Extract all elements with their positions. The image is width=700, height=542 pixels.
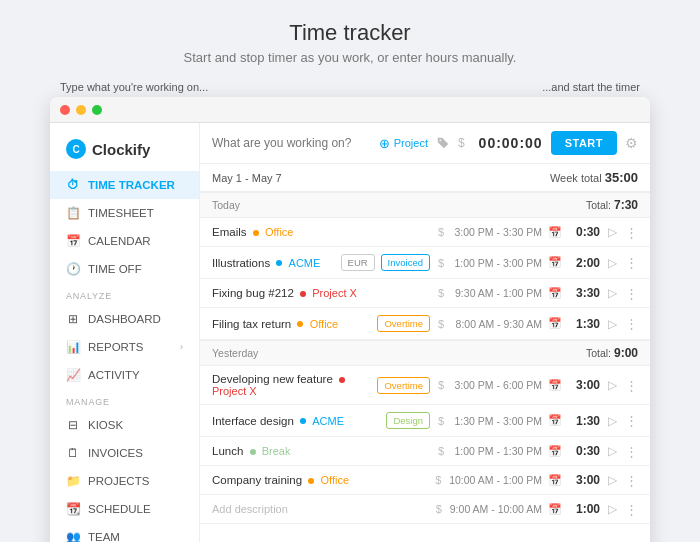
entry-description[interactable]: Add description: [212, 503, 428, 515]
play-button[interactable]: ▷: [606, 256, 619, 270]
project-color-dot: [308, 478, 314, 484]
more-button[interactable]: ⋮: [625, 414, 638, 427]
sidebar-item-projects[interactable]: 📁 PROJECTS: [50, 467, 199, 495]
play-button[interactable]: ▷: [606, 414, 619, 428]
project-name: Project X: [212, 385, 257, 397]
sidebar-item-reports[interactable]: 📊 REPORTS ›: [50, 333, 199, 361]
duration: 1:30: [568, 414, 600, 428]
today-header: Today Total: 7:30: [200, 192, 650, 218]
duration: 3:00: [568, 378, 600, 392]
invoices-icon: 🗒: [66, 446, 80, 460]
table-row: Company training Office $ 10:00 AM - 1:0…: [200, 466, 650, 495]
entry-description: Emails Office: [212, 226, 430, 238]
reports-chevron-icon: ›: [180, 342, 183, 352]
sidebar-item-time-tracker[interactable]: ⏱ TIME TRACKER: [50, 171, 199, 199]
time-range: 10:00 AM - 1:00 PM: [449, 474, 542, 486]
time-range: 9:00 AM - 10:00 AM: [450, 503, 542, 515]
project-name: Office: [321, 474, 350, 486]
timer-description-input[interactable]: [212, 136, 371, 150]
time-range: 1:00 PM - 3:00 PM: [452, 257, 542, 269]
sidebar-item-activity[interactable]: 📈 ACTIVITY: [50, 361, 199, 389]
sidebar-item-projects-label: PROJECTS: [88, 475, 149, 487]
sidebar-item-time-tracker-label: TIME TRACKER: [88, 179, 175, 191]
yesterday-label: Yesterday: [212, 347, 258, 359]
calendar-entry-icon: 📅: [548, 287, 562, 300]
yesterday-group: Yesterday Total: 9:00 Developing new fea…: [200, 340, 650, 524]
billable-icon: $: [433, 474, 443, 486]
timer-bar: ⊕ Project $ 00:00:00 START ⚙: [200, 123, 650, 164]
sidebar-item-kiosk[interactable]: ⊟ KIOSK: [50, 411, 199, 439]
logo-text: Clockify: [92, 141, 150, 158]
duration: 1:30: [568, 317, 600, 331]
timer-settings-icon[interactable]: ⚙: [625, 135, 638, 151]
more-button[interactable]: ⋮: [625, 287, 638, 300]
start-button[interactable]: START: [551, 131, 617, 155]
more-button[interactable]: ⋮: [625, 474, 638, 487]
analyze-section-label: ANALYZE: [50, 283, 199, 305]
entry-description: Illustrations ACME: [212, 257, 335, 269]
project-btn-label: Project: [394, 137, 428, 149]
calendar-entry-icon: 📅: [548, 503, 562, 516]
sidebar-item-time-off[interactable]: 🕐 TIME OFF: [50, 255, 199, 283]
project-button[interactable]: ⊕ Project: [379, 136, 428, 151]
play-button[interactable]: ▷: [606, 317, 619, 331]
sidebar-item-calendar[interactable]: 📅 CALENDAR: [50, 227, 199, 255]
sidebar-item-schedule-label: SCHEDULE: [88, 503, 151, 515]
close-dot[interactable]: [60, 105, 70, 115]
logo: C Clockify: [50, 135, 199, 171]
calendar-entry-icon: 📅: [548, 474, 562, 487]
time-off-icon: 🕐: [66, 262, 80, 276]
play-button[interactable]: ▷: [606, 286, 619, 300]
duration: 2:00: [568, 256, 600, 270]
sidebar-item-dashboard-label: DASHBOARD: [88, 313, 161, 325]
today-group: Today Total: 7:30 Emails Office $: [200, 192, 650, 340]
today-total: Total: 7:30: [586, 198, 638, 212]
yesterday-header: Yesterday Total: 9:00: [200, 340, 650, 366]
play-button[interactable]: ▷: [606, 502, 619, 516]
more-button[interactable]: ⋮: [625, 226, 638, 239]
play-button[interactable]: ▷: [606, 444, 619, 458]
sidebar-item-dashboard[interactable]: ⊞ DASHBOARD: [50, 305, 199, 333]
sidebar-item-timesheet-label: TIMESHEET: [88, 207, 154, 219]
time-range: 3:00 PM - 6:00 PM: [452, 379, 542, 391]
week-total: Week total 35:00: [550, 170, 638, 185]
sidebar-item-team[interactable]: 👥 TEAM: [50, 523, 199, 542]
more-button[interactable]: ⋮: [625, 317, 638, 330]
sidebar-item-kiosk-label: KIOSK: [88, 419, 123, 431]
more-button[interactable]: ⋮: [625, 256, 638, 269]
tag-eur: EUR: [341, 254, 375, 271]
dashboard-icon: ⊞: [66, 312, 80, 326]
annotation-top-right: ...and start the timer: [542, 81, 640, 93]
more-button[interactable]: ⋮: [625, 445, 638, 458]
sidebar-item-timesheet[interactable]: 📋 TIMESHEET: [50, 199, 199, 227]
calendar-entry-icon: 📅: [548, 379, 562, 392]
calendar-entry-icon: 📅: [548, 226, 562, 239]
more-button[interactable]: ⋮: [625, 379, 638, 392]
more-button[interactable]: ⋮: [625, 503, 638, 516]
today-total-value: 7:30: [614, 198, 638, 212]
calendar-entry-icon: 📅: [548, 256, 562, 269]
billable-icon: $: [436, 379, 446, 391]
minimize-dot[interactable]: [76, 105, 86, 115]
maximize-dot[interactable]: [92, 105, 102, 115]
play-button[interactable]: ▷: [606, 473, 619, 487]
project-color-dot: [250, 449, 256, 455]
project-name: Office: [310, 318, 339, 330]
duration: 3:30: [568, 286, 600, 300]
play-button[interactable]: ▷: [606, 225, 619, 239]
sidebar-item-activity-label: ACTIVITY: [88, 369, 140, 381]
billable-dollar-icon: $: [458, 136, 465, 150]
play-button[interactable]: ▷: [606, 378, 619, 392]
entry-description: Fixing bug #212 Project X: [212, 287, 430, 299]
tag-invoiced: Invoiced: [381, 254, 430, 271]
sidebar-item-schedule[interactable]: 📆 SCHEDULE: [50, 495, 199, 523]
tag-overtime: Overtime: [377, 377, 430, 394]
title-bar: [50, 97, 650, 123]
sidebar-item-invoices[interactable]: 🗒 INVOICES: [50, 439, 199, 467]
table-row: Lunch Break $ 1:00 PM - 1:30 PM 📅 0:30 ▷…: [200, 437, 650, 466]
tag-button[interactable]: [436, 136, 450, 150]
entry-description: Lunch Break: [212, 445, 430, 457]
table-row: Interface design ACME Design $ 1:30 PM -…: [200, 405, 650, 437]
entry-description: Developing new feature Project X: [212, 373, 371, 397]
main-content: ⊕ Project $ 00:00:00 START ⚙ May 1 - May…: [200, 123, 650, 542]
